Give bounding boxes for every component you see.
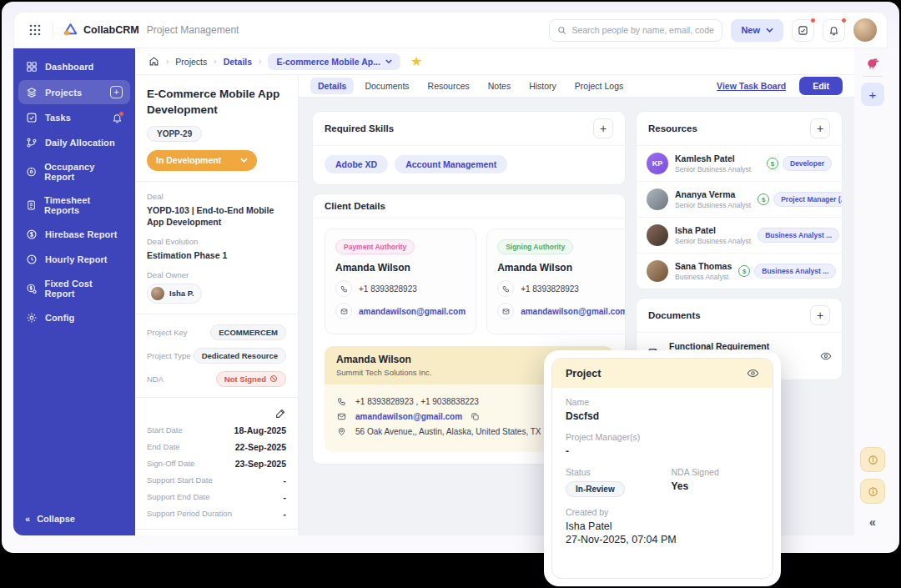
avatar [647, 260, 668, 282]
search-input[interactable] [571, 25, 714, 35]
resource-row[interactable]: Sana Thomas Business Analyst $ Business … [637, 254, 842, 289]
popup-name-label: Name [566, 397, 759, 407]
add-skill-button[interactable]: + [593, 118, 613, 138]
required-skills-title: Required Skills [325, 123, 394, 133]
tab-project-logs[interactable]: Project Logs [567, 78, 631, 94]
project-key-label: Project Key [147, 328, 188, 337]
app-launcher-icon[interactable] [24, 19, 46, 41]
project-type-label: Project Type [147, 351, 191, 360]
breadcrumb-current-project[interactable]: E-commerce Mobile Ap... [268, 53, 400, 70]
signoff-date-label: Sign-Off Date [147, 459, 194, 468]
tab-details[interactable]: Details [310, 78, 354, 94]
tab-documents[interactable]: Documents [357, 78, 416, 94]
payment-authority-tag: Payment Authority [335, 239, 415, 254]
nda-value: Not Signed [224, 374, 266, 384]
user-avatar[interactable] [853, 18, 877, 42]
breadcrumb-projects[interactable]: Projects [175, 57, 207, 67]
copy-icon[interactable] [471, 412, 480, 421]
add-document-button[interactable]: + [810, 305, 830, 325]
signing-authority-card: Signing Authority Amanda Wilson +1 83938… [486, 229, 626, 334]
tab-resources[interactable]: Resources [420, 78, 477, 94]
sidebar-item-projects[interactable]: Projects + [18, 80, 130, 104]
kiwi-bird-icon[interactable] [865, 57, 880, 70]
sidebar-item-hourly-report[interactable]: Hourly Report [18, 248, 130, 271]
sidebar-item-dashboard[interactable]: Dashboard [18, 55, 130, 78]
global-search[interactable] [549, 19, 722, 42]
edit-button[interactable]: Edit [799, 77, 843, 95]
primary-contact-phones: +1 8393828923 , +1 9038838223 [355, 397, 479, 406]
view-task-board-link[interactable]: View Task Board [717, 81, 786, 91]
billable-icon: $ [758, 193, 769, 205]
contact-email-link[interactable]: amandawilson@gmail.com [521, 307, 626, 316]
start-date-value: 18-Aug-2025 [234, 425, 286, 435]
deal-value: YOPD-103 | End-to-End Mobile App Develop… [147, 204, 286, 229]
sidebar-item-label: Occupancy Report [44, 162, 123, 182]
contact-email-link[interactable]: amandawilson@gmail.com [359, 307, 466, 316]
sidebar-item-tasks[interactable]: Tasks [18, 106, 130, 129]
top-bar: CollabCRM Project Management New [13, 12, 888, 48]
tab-history[interactable]: History [521, 78, 564, 94]
support-end-value: - [284, 492, 287, 502]
sidebar-item-label: Config [45, 313, 74, 323]
project-key-value: ECOMMERCEM [210, 324, 286, 340]
project-summary-panel: E-Commerce Mobile App Development YOPP-2… [135, 75, 299, 535]
end-date-label: End Date [147, 442, 180, 451]
resource-badge: Developer [783, 156, 832, 171]
new-button[interactable]: New [731, 19, 783, 42]
rail-add-button[interactable]: + [861, 83, 884, 106]
sidebar-item-fixed-cost-report[interactable]: Fixed Cost Report [18, 273, 130, 304]
gear-icon [26, 312, 38, 324]
deal-evolution-value: Estimation Phase 1 [147, 249, 286, 262]
popup-eye-icon[interactable] [747, 367, 759, 379]
resource-row[interactable]: Ananya Verma Senior Business Analyst $ P… [637, 182, 842, 218]
add-project-icon[interactable]: + [110, 86, 123, 98]
popup-created-label: Created by [566, 507, 759, 517]
primary-contact-email-link[interactable]: amandawilson@gmail.com [355, 412, 462, 421]
support-duration-label: Support Period Duration [147, 509, 232, 518]
start-date-label: Start Date [147, 425, 183, 435]
info-button[interactable] [860, 447, 885, 472]
favorite-star-icon[interactable]: ★ [410, 53, 422, 69]
breadcrumb-details[interactable]: Details [224, 57, 252, 67]
sidebar-collapse-button[interactable]: « Collapse [13, 504, 135, 535]
sidebar-item-config[interactable]: Config [18, 306, 130, 329]
tasks-button[interactable] [792, 19, 814, 42]
divider [53, 22, 53, 38]
documents-title: Documents [648, 310, 701, 320]
prohibited-icon [269, 374, 278, 383]
deal-owner-label: Deal Owner [147, 270, 286, 279]
chevron-down-icon [240, 158, 248, 163]
sidebar-item-daily-allocation[interactable]: Daily Allocation [18, 131, 130, 154]
rail-collapse-icon[interactable]: « [869, 515, 876, 529]
sidebar: Dashboard Projects + Tasks Daily Allocat… [13, 48, 135, 535]
collapse-label: Collapse [37, 514, 75, 524]
popup-title: Project [566, 368, 601, 379]
sidebar-item-occupancy-report[interactable]: Occupancy Report [18, 156, 130, 188]
sidebar-item-label: Hirebase Report [45, 229, 117, 239]
deal-owner-chip[interactable]: Isha P. [147, 284, 202, 304]
add-resource-button[interactable]: + [810, 118, 830, 138]
home-icon[interactable] [148, 56, 159, 67]
edit-dates-pencil-icon[interactable] [275, 408, 286, 419]
chevron-down-icon [385, 59, 392, 63]
project-status-dropdown[interactable]: In Development [147, 150, 257, 171]
task-alerts-icon[interactable] [112, 113, 123, 123]
sidebar-item-timesheet-reports[interactable]: Timesheet Reports [18, 189, 130, 221]
view-document-eye-icon[interactable] [820, 350, 832, 362]
tab-notes[interactable]: Notes [481, 78, 518, 94]
bell-icon [828, 25, 839, 36]
resource-row[interactable]: KP Kamlesh Patel Senior Business Analyst… [637, 146, 842, 182]
billable-icon: $ [767, 158, 778, 169]
resource-row[interactable]: Isha Patel Senior Business Analyst Busin… [637, 218, 842, 254]
contact-name: Amanda Wilson [335, 262, 466, 274]
skill-chip: Adobe XD [325, 155, 388, 173]
notifications-button[interactable] [823, 19, 845, 42]
support-start-label: Support Start Date [147, 475, 213, 485]
app-title: Project Management [147, 24, 239, 36]
phone-icon [497, 280, 514, 297]
resources-title: Resources [648, 123, 697, 133]
sidebar-item-hirebase-report[interactable]: Hirebase Report [18, 223, 130, 246]
info-button[interactable] [860, 479, 885, 504]
resource-name: Sana Thomas [675, 261, 732, 271]
breadcrumb-separator: › [259, 57, 261, 66]
